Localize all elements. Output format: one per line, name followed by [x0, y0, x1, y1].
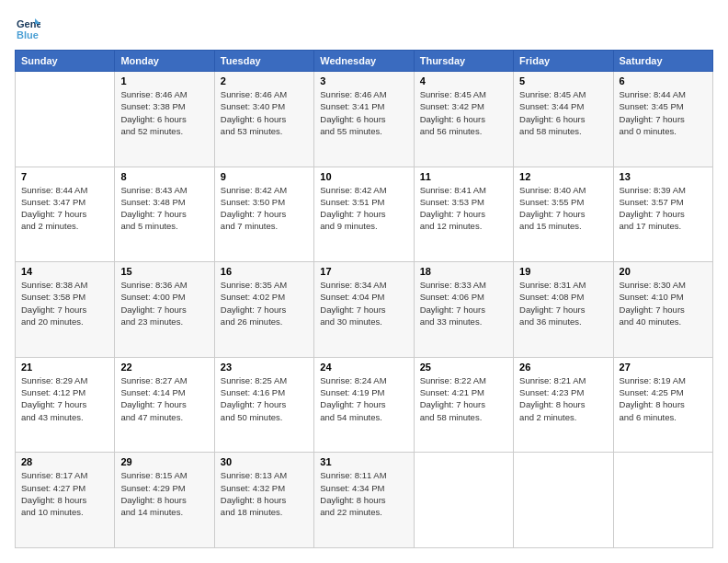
day-number: 25 — [420, 362, 507, 373]
week-row-3: 14Sunrise: 8:38 AM Sunset: 3:58 PM Dayli… — [16, 262, 713, 358]
day-cell: 6Sunrise: 8:44 AM Sunset: 3:45 PM Daylig… — [613, 72, 712, 167]
day-info: Sunrise: 8:27 AM Sunset: 4:14 PM Dayligh… — [120, 374, 208, 423]
day-cell: 7Sunrise: 8:44 AM Sunset: 3:47 PM Daylig… — [16, 167, 115, 262]
logo: General Blue — [15, 15, 44, 40]
day-number: 20 — [620, 266, 707, 277]
day-number: 15 — [120, 266, 208, 277]
day-number: 23 — [221, 362, 308, 373]
day-info: Sunrise: 8:45 AM Sunset: 3:42 PM Dayligh… — [420, 88, 507, 137]
day-cell: 13Sunrise: 8:39 AM Sunset: 3:57 PM Dayli… — [613, 167, 712, 262]
day-info: Sunrise: 8:19 AM Sunset: 4:25 PM Dayligh… — [620, 374, 707, 423]
day-cell: 18Sunrise: 8:33 AM Sunset: 4:06 PM Dayli… — [414, 262, 513, 358]
day-cell: 22Sunrise: 8:27 AM Sunset: 4:14 PM Dayli… — [115, 357, 214, 453]
day-cell: 9Sunrise: 8:42 AM Sunset: 3:50 PM Daylig… — [214, 167, 313, 262]
day-info: Sunrise: 8:33 AM Sunset: 4:06 PM Dayligh… — [420, 279, 507, 327]
day-number: 17 — [320, 266, 407, 277]
day-cell: 21Sunrise: 8:29 AM Sunset: 4:12 PM Dayli… — [16, 357, 115, 453]
day-info: Sunrise: 8:25 AM Sunset: 4:16 PM Dayligh… — [221, 374, 308, 423]
day-cell — [514, 453, 613, 548]
day-number: 5 — [519, 75, 607, 86]
day-number: 22 — [120, 362, 208, 373]
column-header-monday: Monday — [115, 51, 214, 72]
day-number: 16 — [221, 266, 308, 277]
day-number: 19 — [519, 266, 607, 277]
day-number: 11 — [420, 171, 507, 182]
day-info: Sunrise: 8:42 AM Sunset: 3:51 PM Dayligh… — [320, 184, 407, 233]
day-number: 30 — [221, 456, 308, 467]
day-cell: 16Sunrise: 8:35 AM Sunset: 4:02 PM Dayli… — [214, 262, 313, 358]
week-row-4: 21Sunrise: 8:29 AM Sunset: 4:12 PM Dayli… — [16, 357, 713, 453]
day-cell: 29Sunrise: 8:15 AM Sunset: 4:29 PM Dayli… — [115, 453, 214, 548]
day-number: 29 — [120, 456, 208, 467]
day-info: Sunrise: 8:46 AM Sunset: 3:41 PM Dayligh… — [320, 88, 407, 137]
day-cell: 30Sunrise: 8:13 AM Sunset: 4:32 PM Dayli… — [214, 453, 313, 548]
day-info: Sunrise: 8:36 AM Sunset: 4:00 PM Dayligh… — [120, 279, 208, 327]
column-header-saturday: Saturday — [613, 51, 712, 72]
day-info: Sunrise: 8:34 AM Sunset: 4:04 PM Dayligh… — [320, 279, 407, 327]
day-info: Sunrise: 8:44 AM Sunset: 3:45 PM Dayligh… — [620, 88, 707, 137]
day-info: Sunrise: 8:29 AM Sunset: 4:12 PM Dayligh… — [21, 374, 108, 423]
day-cell: 24Sunrise: 8:24 AM Sunset: 4:19 PM Dayli… — [314, 357, 414, 453]
day-number: 7 — [21, 171, 108, 182]
week-row-1: 1Sunrise: 8:46 AM Sunset: 3:38 PM Daylig… — [16, 72, 713, 167]
day-number: 18 — [420, 266, 507, 277]
day-cell — [613, 453, 712, 548]
day-info: Sunrise: 8:13 AM Sunset: 4:32 PM Dayligh… — [221, 469, 308, 518]
day-number: 31 — [320, 456, 407, 467]
day-number: 8 — [120, 171, 208, 182]
week-row-5: 28Sunrise: 8:17 AM Sunset: 4:27 PM Dayli… — [16, 453, 713, 548]
day-cell: 1Sunrise: 8:46 AM Sunset: 3:38 PM Daylig… — [115, 72, 214, 167]
day-cell: 11Sunrise: 8:41 AM Sunset: 3:53 PM Dayli… — [414, 167, 513, 262]
day-info: Sunrise: 8:31 AM Sunset: 4:08 PM Dayligh… — [519, 279, 607, 327]
day-number: 4 — [420, 75, 507, 86]
day-info: Sunrise: 8:46 AM Sunset: 3:40 PM Dayligh… — [221, 88, 308, 137]
day-info: Sunrise: 8:45 AM Sunset: 3:44 PM Dayligh… — [519, 88, 607, 137]
day-info: Sunrise: 8:43 AM Sunset: 3:48 PM Dayligh… — [120, 184, 208, 233]
svg-text:Blue: Blue — [17, 29, 39, 40]
calendar-table: SundayMondayTuesdayWednesdayThursdayFrid… — [15, 50, 713, 548]
column-header-friday: Friday — [514, 51, 613, 72]
day-info: Sunrise: 8:41 AM Sunset: 3:53 PM Dayligh… — [420, 184, 507, 233]
day-number: 14 — [21, 266, 108, 277]
day-cell — [16, 72, 115, 167]
day-info: Sunrise: 8:42 AM Sunset: 3:50 PM Dayligh… — [221, 184, 308, 233]
logo-icon: General Blue — [15, 15, 40, 40]
day-info: Sunrise: 8:38 AM Sunset: 3:58 PM Dayligh… — [21, 279, 108, 327]
day-cell: 12Sunrise: 8:40 AM Sunset: 3:55 PM Dayli… — [514, 167, 613, 262]
day-info: Sunrise: 8:44 AM Sunset: 3:47 PM Dayligh… — [21, 184, 108, 233]
day-cell: 25Sunrise: 8:22 AM Sunset: 4:21 PM Dayli… — [414, 357, 513, 453]
day-cell: 3Sunrise: 8:46 AM Sunset: 3:41 PM Daylig… — [314, 72, 414, 167]
day-info: Sunrise: 8:30 AM Sunset: 4:10 PM Dayligh… — [620, 279, 707, 327]
day-number: 2 — [221, 75, 308, 86]
column-header-thursday: Thursday — [414, 51, 513, 72]
day-cell: 5Sunrise: 8:45 AM Sunset: 3:44 PM Daylig… — [514, 72, 613, 167]
day-info: Sunrise: 8:22 AM Sunset: 4:21 PM Dayligh… — [420, 374, 507, 423]
calendar-page: General Blue SundayMondayTuesdayWednesda… — [0, 0, 728, 563]
day-info: Sunrise: 8:17 AM Sunset: 4:27 PM Dayligh… — [21, 469, 108, 518]
day-info: Sunrise: 8:15 AM Sunset: 4:29 PM Dayligh… — [120, 469, 208, 518]
day-number: 1 — [120, 75, 208, 86]
day-cell: 4Sunrise: 8:45 AM Sunset: 3:42 PM Daylig… — [414, 72, 513, 167]
day-cell: 10Sunrise: 8:42 AM Sunset: 3:51 PM Dayli… — [314, 167, 414, 262]
day-info: Sunrise: 8:35 AM Sunset: 4:02 PM Dayligh… — [221, 279, 308, 327]
day-info: Sunrise: 8:46 AM Sunset: 3:38 PM Dayligh… — [120, 88, 208, 137]
day-cell: 26Sunrise: 8:21 AM Sunset: 4:23 PM Dayli… — [514, 357, 613, 453]
day-cell: 19Sunrise: 8:31 AM Sunset: 4:08 PM Dayli… — [514, 262, 613, 358]
calendar-body: 1Sunrise: 8:46 AM Sunset: 3:38 PM Daylig… — [16, 72, 713, 548]
day-number: 24 — [320, 362, 407, 373]
day-cell: 23Sunrise: 8:25 AM Sunset: 4:16 PM Dayli… — [214, 357, 313, 453]
day-cell: 31Sunrise: 8:11 AM Sunset: 4:34 PM Dayli… — [314, 453, 414, 548]
day-info: Sunrise: 8:11 AM Sunset: 4:34 PM Dayligh… — [320, 469, 407, 518]
day-number: 3 — [320, 75, 407, 86]
day-number: 26 — [519, 362, 607, 373]
day-info: Sunrise: 8:21 AM Sunset: 4:23 PM Dayligh… — [519, 374, 607, 423]
day-info: Sunrise: 8:24 AM Sunset: 4:19 PM Dayligh… — [320, 374, 407, 423]
day-number: 9 — [221, 171, 308, 182]
day-info: Sunrise: 8:39 AM Sunset: 3:57 PM Dayligh… — [620, 184, 707, 233]
header: General Blue — [15, 15, 713, 40]
day-number: 12 — [519, 171, 607, 182]
day-cell: 20Sunrise: 8:30 AM Sunset: 4:10 PM Dayli… — [613, 262, 712, 358]
day-cell — [414, 453, 513, 548]
day-number: 21 — [21, 362, 108, 373]
day-number: 13 — [620, 171, 707, 182]
